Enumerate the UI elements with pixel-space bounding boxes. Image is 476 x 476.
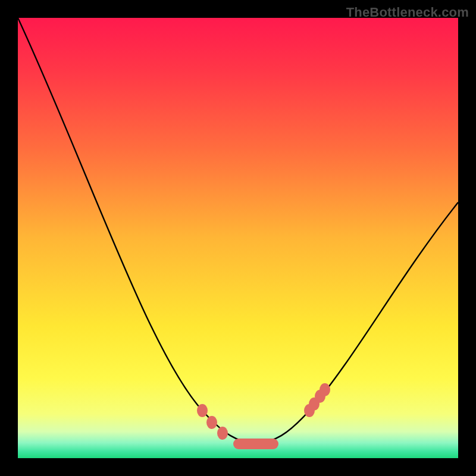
marker-dot — [217, 427, 228, 440]
marker-dot — [206, 416, 217, 429]
curve-layer — [18, 18, 458, 458]
chart-frame: TheBottleneck.com — [0, 0, 476, 476]
bottom-marker-pill — [233, 439, 278, 449]
bottleneck-curve — [18, 18, 458, 443]
marker-dot — [197, 404, 208, 417]
marker-dot — [320, 383, 330, 396]
right-marker-cluster — [304, 383, 330, 417]
watermark-text: TheBottleneck.com — [346, 5, 469, 20]
plot-area — [18, 18, 458, 458]
left-marker-cluster — [197, 404, 228, 440]
